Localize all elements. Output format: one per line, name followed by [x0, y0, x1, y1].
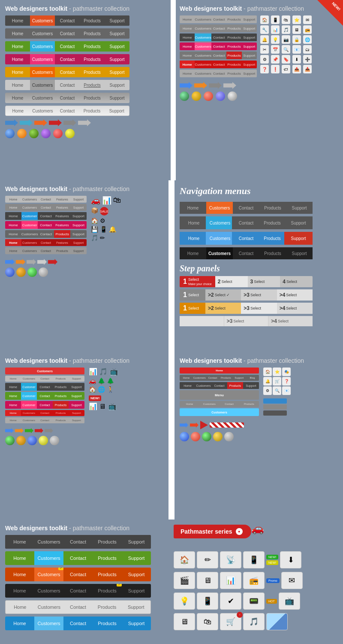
step-3-3[interactable]: >3 Select — [241, 303, 277, 314]
bot-n7-co[interactable]: Contact — [37, 417, 53, 423]
fn3-home[interactable]: Home — [180, 232, 208, 245]
lg-n6-p[interactable]: Products — [93, 617, 122, 630]
bot-n6-c[interactable]: Customers — [21, 410, 37, 416]
mid-n4-h[interactable]: Home — [5, 221, 21, 229]
lg-n6-h[interactable]: Home — [5, 617, 34, 630]
nav-sm-5-cust[interactable]: Customers — [195, 52, 211, 59]
nav-sm-5-cont[interactable]: Contact — [211, 52, 226, 59]
lg-n6-co[interactable]: Contact — [63, 617, 93, 630]
nav-products-5[interactable]: Products — [80, 67, 105, 77]
mid-n6-s[interactable]: Support — [70, 239, 87, 246]
lg-n6-s[interactable]: Support — [122, 617, 151, 630]
mid-n5-co[interactable]: Contact — [38, 230, 54, 238]
nav-sm-1-cust[interactable]: Customers — [195, 15, 211, 23]
lg-n5-c[interactable]: Customers — [35, 601, 64, 614]
nav-home-5[interactable]: Home — [5, 67, 30, 77]
bot-n1-c[interactable]: Customers — [5, 368, 84, 374]
fn4-home[interactable]: Home — [180, 247, 206, 259]
mid-n5-s[interactable]: Support — [70, 230, 87, 238]
nav-products-3[interactable]: Products — [80, 41, 105, 52]
nav-home-3[interactable]: Home — [5, 41, 30, 52]
bot-n2-h[interactable]: Home — [5, 376, 21, 382]
lg-n6-c[interactable]: Customers — [34, 617, 63, 630]
nav-sm-3-prod[interactable]: Products — [226, 33, 241, 41]
lg-n5-h[interactable]: Home — [6, 601, 35, 614]
step-2-4[interactable]: >4 Select — [277, 289, 313, 301]
lg-n3-p[interactable]: Products — [93, 568, 122, 581]
nav-sm-3-cust[interactable]: Customers — [195, 33, 211, 41]
lg-n4-h[interactable]: Home — [5, 584, 34, 598]
nav-sm-2-prod[interactable]: Products — [226, 24, 241, 32]
nav-home-1[interactable]: Home — [5, 15, 30, 26]
mid-n3-co[interactable]: Contact — [38, 212, 54, 220]
mid-n6-c[interactable]: Customers — [21, 239, 38, 246]
fn3-supp[interactable]: Support — [284, 232, 313, 245]
mid-n4-s[interactable]: Support — [70, 221, 87, 229]
lg-n1-c[interactable]: Customers — [34, 535, 63, 549]
lg-n2-s[interactable]: Support — [122, 551, 151, 565]
nav-support-3[interactable]: Support — [105, 41, 129, 52]
step-3-2[interactable]: >2 Select — [205, 303, 241, 314]
mid-n2-h[interactable]: Home — [5, 204, 21, 211]
bot-n2-c[interactable]: Customers — [21, 376, 37, 382]
lg-n4-p[interactable]: Products ↗ — [93, 584, 122, 598]
mid-n1-c[interactable]: Customers — [21, 196, 38, 203]
bot-n4-co[interactable]: Contact — [37, 392, 53, 400]
step-3-4[interactable]: >4 Select — [277, 303, 313, 314]
nav-home-6[interactable]: Home — [5, 80, 30, 90]
nav-sm-6-cont[interactable]: Contact — [211, 61, 226, 68]
fn2-home[interactable]: Home — [180, 216, 208, 229]
fn2-cont[interactable]: Contact — [232, 216, 260, 229]
nav-support-5[interactable]: Support — [105, 67, 129, 77]
mid-n7-co[interactable]: Contact — [38, 247, 54, 254]
nav-sm-5-prod[interactable]: Products — [226, 52, 241, 59]
mid-n5-h[interactable]: Home — [5, 230, 21, 238]
nav-sm-6-home[interactable]: Home — [180, 61, 195, 68]
nav-support-7[interactable]: Support — [105, 93, 129, 103]
fn4-cust[interactable]: Customers — [206, 247, 233, 259]
lg-n3-co[interactable]: Contact — [63, 568, 93, 581]
fn3-prod[interactable]: Products — [258, 232, 286, 245]
lg-n4-c[interactable]: Customers — [34, 584, 63, 598]
nav-products-6[interactable]: Products — [80, 80, 105, 90]
bot-n2-co[interactable]: Contact — [37, 376, 53, 382]
nav-contact-4[interactable]: Contact — [55, 54, 80, 64]
bot-n3-h[interactable]: Home — [5, 383, 21, 391]
step-1-3[interactable]: 3 Select — [248, 276, 280, 287]
nav-home-2[interactable]: Home — [5, 28, 30, 39]
rn1-h[interactable]: Home — [180, 368, 259, 374]
lg-n2-co[interactable]: Contact — [63, 551, 93, 565]
rn3-h[interactable]: Home — [180, 382, 196, 389]
mid-n1-p[interactable]: Features — [54, 196, 70, 203]
step-1-4[interactable]: 4 Select — [280, 276, 313, 287]
nav-products-7[interactable]: Products — [80, 93, 105, 103]
fn1-cust[interactable]: Customers — [206, 202, 233, 214]
rn3-co[interactable]: Contact — [211, 382, 227, 389]
nav-contact-8[interactable]: Contact — [55, 106, 80, 115]
mid-n1-co[interactable]: Contact — [38, 196, 54, 203]
bot-n2-p[interactable]: Products — [53, 376, 69, 382]
rn3-c[interactable]: Customers — [196, 382, 211, 389]
rn2-h[interactable]: Home — [180, 375, 193, 381]
nav-customers-3[interactable]: Customers — [30, 41, 55, 52]
mid-n4-c[interactable]: Customer — [21, 221, 38, 229]
bot-n3-co[interactable]: Contact — [37, 383, 53, 391]
mid-n4-p[interactable]: Features — [54, 221, 70, 229]
bot-n6-h[interactable]: Home — [5, 410, 21, 416]
fn2-cust[interactable]: Customers — [206, 216, 234, 229]
bot-n7-h[interactable]: Home — [5, 417, 21, 423]
mid-n2-c[interactable]: Customers — [21, 204, 38, 211]
nav-sm-4-home[interactable]: Home — [180, 43, 195, 50]
lg-n4-co[interactable]: Contact — [63, 584, 93, 598]
nav-sm-4-cont[interactable]: Contact — [211, 43, 226, 50]
bot-n4-s[interactable]: Support — [69, 392, 84, 400]
nav-products-8[interactable]: Products — [80, 106, 105, 115]
nav-customers-8[interactable]: Customers — [30, 106, 55, 115]
bot-n6-p[interactable]: Products — [53, 410, 69, 416]
rn2-s[interactable]: Support — [232, 375, 246, 381]
rn5-h[interactable]: Home — [180, 401, 199, 407]
step-1-2[interactable]: 2 Select — [215, 276, 248, 287]
nav-sm-5-supp[interactable]: Support — [242, 52, 257, 59]
mid-n7-h[interactable]: Home — [5, 247, 21, 254]
mid-n7-p[interactable]: Products — [54, 247, 70, 254]
